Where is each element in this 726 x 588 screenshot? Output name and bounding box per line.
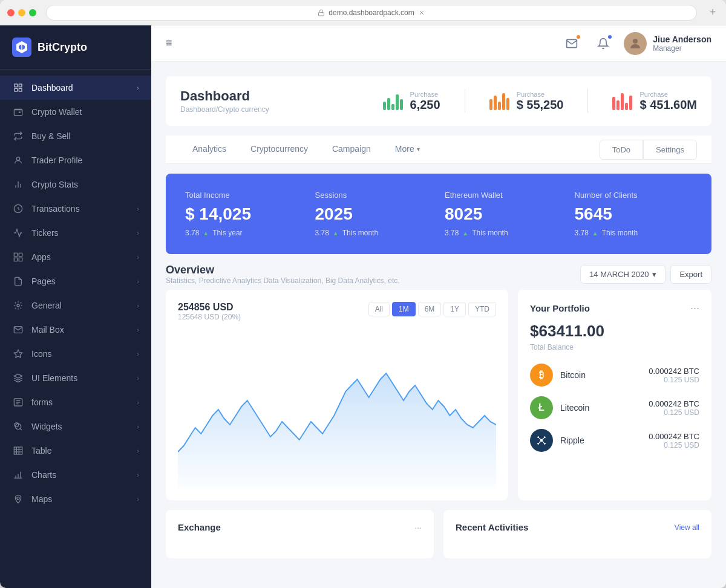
sidebar-item-tickers[interactable]: Tickers › <box>0 221 151 245</box>
chart-btn-all[interactable]: All <box>368 302 390 316</box>
stat-purchase-2: Purchase $ 55,250 <box>489 89 564 113</box>
stat-divider-2 <box>587 89 588 113</box>
sidebar-item-crypto-stats[interactable]: Crypto Stats <box>0 172 151 197</box>
litecoin-values: 0.000242 BTC 0.125 USD <box>649 399 699 417</box>
tab-todo[interactable]: ToDo <box>600 140 643 160</box>
sidebar-item-crypto-wallet[interactable]: Crypto Wallet <box>0 100 151 124</box>
tabs-left: Analytics Cryptocurrency Campaign More ▾ <box>180 136 432 163</box>
sidebar-item-general[interactable]: General › <box>0 293 151 318</box>
sidebar-item-apps[interactable]: Apps › <box>0 245 151 269</box>
page-body: Dashboard Dashboard/Crypto currency <box>151 62 726 588</box>
stat-card-value-income: $ 14,025 <box>185 204 303 224</box>
notification-button[interactable] <box>592 33 614 54</box>
mail-badge <box>575 34 581 40</box>
portfolio-menu-button[interactable]: ··· <box>690 302 699 315</box>
stat-arrow-income: ▲ <box>203 230 209 237</box>
sidebar-item-buy-sell[interactable]: Buy & Sell <box>0 124 151 148</box>
sidebar-label-ui-elements: UI Elements <box>31 373 137 383</box>
main-content: ≡ Jiue <box>151 25 726 588</box>
tab-more[interactable]: More ▾ <box>383 136 432 163</box>
chart-btn-ytd[interactable]: YTD <box>468 302 496 316</box>
user-details: Jiue Anderson Manager <box>653 34 711 53</box>
sidebar-item-pages[interactable]: Pages › <box>0 269 151 293</box>
stat-label-2: Purchase <box>517 91 564 98</box>
charts-icon <box>12 469 24 481</box>
exchange-menu-button[interactable]: ··· <box>414 523 422 532</box>
svg-rect-9 <box>19 88 22 91</box>
sidebar-item-mailbox[interactable]: Mail Box › <box>0 318 151 342</box>
dot-red[interactable] <box>7 9 15 16</box>
dot-green[interactable] <box>29 9 36 16</box>
stat-card-ethereum: Ethereum Wallet 8025 3.78 ▲ This month <box>445 191 563 237</box>
date-picker-button[interactable]: 14 MARCH 2020 ▾ <box>580 265 666 284</box>
sidebar-item-forms[interactable]: forms › <box>0 390 151 414</box>
stat-card-clients: Number of Clients 5645 3.78 ▲ This month <box>575 191 693 237</box>
sidebar-item-widgets[interactable]: Widgets › <box>0 414 151 439</box>
svg-point-20 <box>17 304 19 307</box>
chart-usd-value: 254856 USD <box>178 302 241 313</box>
stat-card-label-income: Total Income <box>185 191 303 200</box>
sidebar-nav: Dashboard › Crypto Wallet Buy & Sell <box>0 70 151 517</box>
nav-arrow-widgets: › <box>137 423 139 430</box>
tab-analytics[interactable]: Analytics <box>180 136 238 163</box>
chart-btn-1m[interactable]: 1M <box>392 302 416 316</box>
sidebar-label-widgets: Widgets <box>31 422 137 431</box>
nav-arrow-mailbox: › <box>137 326 139 333</box>
nav-arrow-table: › <box>137 447 139 454</box>
stat-arrow-clients: ▲ <box>592 230 598 237</box>
tab-cryptocurrency[interactable]: Cryptocurrency <box>238 136 320 163</box>
sidebar-item-table[interactable]: Table › <box>0 439 151 463</box>
user-name: Jiue Anderson <box>653 34 711 44</box>
sidebar-item-icons[interactable]: Icons › <box>0 342 151 366</box>
stat-card-meta-sessions: 3.78 ▲ This month <box>315 229 433 237</box>
sidebar-label-icons: Icons <box>31 349 137 359</box>
stat-purchase-3: Purchase $ 451.60M <box>612 89 697 113</box>
sidebar-label-dashboard: Dashboard <box>31 83 137 93</box>
stats-banner: Total Income $ 14,025 3.78 ▲ This year S… <box>166 174 711 254</box>
chart-header: 254856 USD 125648 USD (20%) All 1M 6M 1Y… <box>178 302 496 321</box>
sidebar-label-crypto-stats: Crypto Stats <box>31 180 139 189</box>
ripple-name: Ripple <box>560 436 641 445</box>
portfolio-balance: $63411.00 <box>530 322 699 341</box>
view-all-button[interactable]: View all <box>675 523 699 532</box>
svg-point-42 <box>544 443 546 445</box>
overview-subtitle: Statistics, Predictive Analytics Data Vi… <box>166 276 400 285</box>
line-chart <box>178 331 496 488</box>
chart-btn-1y[interactable]: 1Y <box>443 302 466 316</box>
sidebar-label-general: General <box>31 301 137 310</box>
tab-campaign[interactable]: Campaign <box>320 136 383 163</box>
chart-title-area: 254856 USD 125648 USD (20%) <box>178 302 241 321</box>
stat-label-1: Purchase <box>410 91 440 98</box>
date-picker-arrow: ▾ <box>652 270 656 279</box>
hamburger-button[interactable]: ≡ <box>166 37 172 50</box>
activities-card: Recent Activities View all <box>443 510 711 558</box>
stat-card-value-clients: 5645 <box>575 204 693 224</box>
svg-rect-0 <box>319 12 324 16</box>
sidebar-item-transactions[interactable]: Transactions › <box>0 197 151 221</box>
avatar <box>624 32 647 55</box>
stat-value-1: 6,250 <box>410 98 440 112</box>
chart-btn-6m[interactable]: 6M <box>418 302 442 316</box>
sidebar-item-dashboard[interactable]: Dashboard › <box>0 76 151 100</box>
mail-button[interactable] <box>561 33 583 54</box>
litecoin-btc: 0.000242 BTC <box>649 399 699 408</box>
export-button[interactable]: Export <box>670 265 711 284</box>
dot-yellow[interactable] <box>18 9 25 16</box>
breadcrumb: Dashboard/Crypto currency <box>180 105 269 114</box>
bar-chart-icon-1 <box>383 92 403 110</box>
sidebar-item-charts[interactable]: Charts › <box>0 463 151 487</box>
tab-settings[interactable]: Settings <box>643 140 697 160</box>
new-tab-button[interactable]: + <box>707 7 719 19</box>
sidebar-item-trader-profile[interactable]: Trader Profile <box>0 148 151 172</box>
stat-period-income: This year <box>212 229 242 237</box>
svg-point-36 <box>17 497 19 500</box>
exchange-title: Exchange <box>178 522 221 532</box>
user-role: Manager <box>653 44 711 53</box>
url-bar[interactable]: demo.dashboardpack.com <box>46 5 697 21</box>
pages-icon <box>12 275 24 287</box>
sidebar-item-maps[interactable]: Maps › <box>0 487 151 511</box>
sidebar-item-ui-elements[interactable]: UI Elements › <box>0 366 151 390</box>
nav-arrow-pages: › <box>137 278 139 285</box>
sidebar-logo: BitCrypto <box>0 25 151 70</box>
tabs-right: ToDo Settings <box>600 140 697 160</box>
